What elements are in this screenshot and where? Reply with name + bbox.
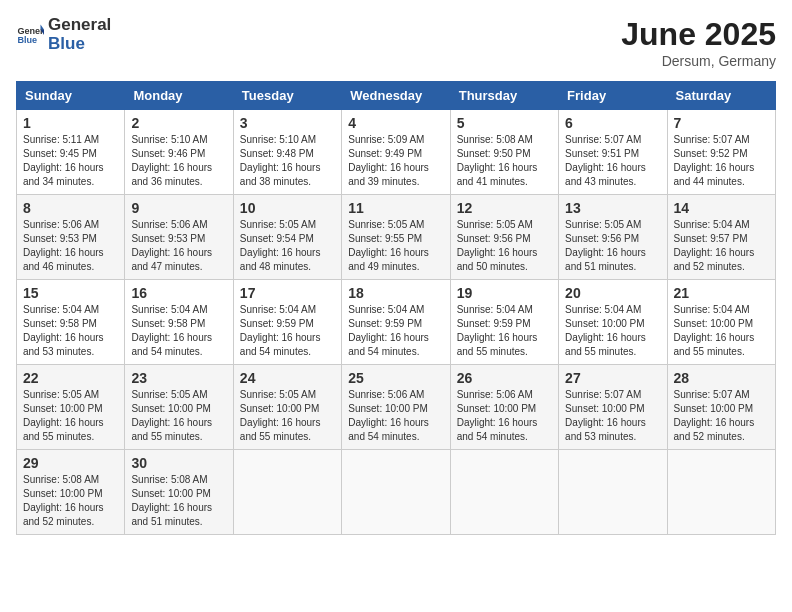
calendar-cell: 2Sunrise: 5:10 AMSunset: 9:46 PMDaylight… [125, 110, 233, 195]
day-number: 23 [131, 370, 226, 386]
calendar-cell: 27Sunrise: 5:07 AMSunset: 10:00 PMDaylig… [559, 365, 667, 450]
day-number: 1 [23, 115, 118, 131]
day-info: Sunrise: 5:05 AMSunset: 9:56 PMDaylight:… [565, 218, 660, 274]
day-number: 6 [565, 115, 660, 131]
day-number: 2 [131, 115, 226, 131]
day-info: Sunrise: 5:06 AMSunset: 10:00 PMDaylight… [348, 388, 443, 444]
calendar-cell: 5Sunrise: 5:08 AMSunset: 9:50 PMDaylight… [450, 110, 558, 195]
calendar-cell: 20Sunrise: 5:04 AMSunset: 10:00 PMDaylig… [559, 280, 667, 365]
calendar-table: Sunday Monday Tuesday Wednesday Thursday… [16, 81, 776, 535]
calendar-cell: 28Sunrise: 5:07 AMSunset: 10:00 PMDaylig… [667, 365, 775, 450]
day-info: Sunrise: 5:07 AMSunset: 10:00 PMDaylight… [674, 388, 769, 444]
day-info: Sunrise: 5:04 AMSunset: 10:00 PMDaylight… [565, 303, 660, 359]
calendar-week-4: 22Sunrise: 5:05 AMSunset: 10:00 PMDaylig… [17, 365, 776, 450]
day-number: 16 [131, 285, 226, 301]
calendar-cell: 14Sunrise: 5:04 AMSunset: 9:57 PMDayligh… [667, 195, 775, 280]
day-number: 20 [565, 285, 660, 301]
day-number: 12 [457, 200, 552, 216]
calendar-cell: 18Sunrise: 5:04 AMSunset: 9:59 PMDayligh… [342, 280, 450, 365]
calendar-cell: 21Sunrise: 5:04 AMSunset: 10:00 PMDaylig… [667, 280, 775, 365]
day-number: 9 [131, 200, 226, 216]
day-number: 24 [240, 370, 335, 386]
day-number: 26 [457, 370, 552, 386]
day-number: 25 [348, 370, 443, 386]
calendar-cell: 6Sunrise: 5:07 AMSunset: 9:51 PMDaylight… [559, 110, 667, 195]
day-info: Sunrise: 5:04 AMSunset: 9:58 PMDaylight:… [131, 303, 226, 359]
day-number: 15 [23, 285, 118, 301]
day-info: Sunrise: 5:04 AMSunset: 9:57 PMDaylight:… [674, 218, 769, 274]
calendar-week-3: 15Sunrise: 5:04 AMSunset: 9:58 PMDayligh… [17, 280, 776, 365]
day-info: Sunrise: 5:07 AMSunset: 9:51 PMDaylight:… [565, 133, 660, 189]
day-info: Sunrise: 5:05 AMSunset: 9:56 PMDaylight:… [457, 218, 552, 274]
day-number: 22 [23, 370, 118, 386]
day-info: Sunrise: 5:10 AMSunset: 9:46 PMDaylight:… [131, 133, 226, 189]
calendar-cell: 9Sunrise: 5:06 AMSunset: 9:53 PMDaylight… [125, 195, 233, 280]
day-info: Sunrise: 5:04 AMSunset: 10:00 PMDaylight… [674, 303, 769, 359]
calendar-cell: 3Sunrise: 5:10 AMSunset: 9:48 PMDaylight… [233, 110, 341, 195]
calendar-cell: 16Sunrise: 5:04 AMSunset: 9:58 PMDayligh… [125, 280, 233, 365]
calendar-week-1: 1Sunrise: 5:11 AMSunset: 9:45 PMDaylight… [17, 110, 776, 195]
day-number: 29 [23, 455, 118, 471]
day-info: Sunrise: 5:08 AMSunset: 10:00 PMDaylight… [131, 473, 226, 529]
logo-blue-text: Blue [48, 35, 111, 54]
day-info: Sunrise: 5:04 AMSunset: 9:59 PMDaylight:… [348, 303, 443, 359]
day-info: Sunrise: 5:04 AMSunset: 9:58 PMDaylight:… [23, 303, 118, 359]
calendar-cell: 15Sunrise: 5:04 AMSunset: 9:58 PMDayligh… [17, 280, 125, 365]
day-number: 10 [240, 200, 335, 216]
day-number: 21 [674, 285, 769, 301]
day-number: 14 [674, 200, 769, 216]
calendar-cell: 7Sunrise: 5:07 AMSunset: 9:52 PMDaylight… [667, 110, 775, 195]
calendar-cell [559, 450, 667, 535]
calendar-cell [342, 450, 450, 535]
col-sunday: Sunday [17, 82, 125, 110]
day-info: Sunrise: 5:10 AMSunset: 9:48 PMDaylight:… [240, 133, 335, 189]
day-info: Sunrise: 5:06 AMSunset: 10:00 PMDaylight… [457, 388, 552, 444]
day-info: Sunrise: 5:06 AMSunset: 9:53 PMDaylight:… [131, 218, 226, 274]
day-info: Sunrise: 5:07 AMSunset: 10:00 PMDaylight… [565, 388, 660, 444]
calendar-cell [450, 450, 558, 535]
calendar-cell: 1Sunrise: 5:11 AMSunset: 9:45 PMDaylight… [17, 110, 125, 195]
calendar-cell: 4Sunrise: 5:09 AMSunset: 9:49 PMDaylight… [342, 110, 450, 195]
day-info: Sunrise: 5:11 AMSunset: 9:45 PMDaylight:… [23, 133, 118, 189]
day-number: 27 [565, 370, 660, 386]
day-info: Sunrise: 5:04 AMSunset: 9:59 PMDaylight:… [457, 303, 552, 359]
day-info: Sunrise: 5:04 AMSunset: 9:59 PMDaylight:… [240, 303, 335, 359]
day-info: Sunrise: 5:08 AMSunset: 10:00 PMDaylight… [23, 473, 118, 529]
day-info: Sunrise: 5:05 AMSunset: 9:55 PMDaylight:… [348, 218, 443, 274]
day-info: Sunrise: 5:05 AMSunset: 10:00 PMDaylight… [23, 388, 118, 444]
day-number: 7 [674, 115, 769, 131]
calendar-week-5: 29Sunrise: 5:08 AMSunset: 10:00 PMDaylig… [17, 450, 776, 535]
col-tuesday: Tuesday [233, 82, 341, 110]
day-info: Sunrise: 5:06 AMSunset: 9:53 PMDaylight:… [23, 218, 118, 274]
day-number: 8 [23, 200, 118, 216]
col-monday: Monday [125, 82, 233, 110]
calendar-cell: 12Sunrise: 5:05 AMSunset: 9:56 PMDayligh… [450, 195, 558, 280]
day-number: 19 [457, 285, 552, 301]
calendar-header-row: Sunday Monday Tuesday Wednesday Thursday… [17, 82, 776, 110]
calendar-cell: 8Sunrise: 5:06 AMSunset: 9:53 PMDaylight… [17, 195, 125, 280]
day-number: 28 [674, 370, 769, 386]
day-info: Sunrise: 5:05 AMSunset: 9:54 PMDaylight:… [240, 218, 335, 274]
day-number: 11 [348, 200, 443, 216]
col-wednesday: Wednesday [342, 82, 450, 110]
logo: General Blue General Blue [16, 16, 111, 53]
svg-text:General: General [17, 25, 44, 35]
day-info: Sunrise: 5:05 AMSunset: 10:00 PMDaylight… [240, 388, 335, 444]
calendar-cell: 17Sunrise: 5:04 AMSunset: 9:59 PMDayligh… [233, 280, 341, 365]
calendar-cell: 13Sunrise: 5:05 AMSunset: 9:56 PMDayligh… [559, 195, 667, 280]
month-year-title: June 2025 [621, 16, 776, 53]
day-number: 17 [240, 285, 335, 301]
day-number: 4 [348, 115, 443, 131]
calendar-cell: 25Sunrise: 5:06 AMSunset: 10:00 PMDaylig… [342, 365, 450, 450]
calendar-cell: 19Sunrise: 5:04 AMSunset: 9:59 PMDayligh… [450, 280, 558, 365]
calendar-cell: 10Sunrise: 5:05 AMSunset: 9:54 PMDayligh… [233, 195, 341, 280]
calendar-cell: 30Sunrise: 5:08 AMSunset: 10:00 PMDaylig… [125, 450, 233, 535]
calendar-cell: 24Sunrise: 5:05 AMSunset: 10:00 PMDaylig… [233, 365, 341, 450]
title-area: June 2025 Dersum, Germany [621, 16, 776, 69]
calendar-cell [233, 450, 341, 535]
day-number: 13 [565, 200, 660, 216]
calendar-cell: 22Sunrise: 5:05 AMSunset: 10:00 PMDaylig… [17, 365, 125, 450]
calendar-cell: 23Sunrise: 5:05 AMSunset: 10:00 PMDaylig… [125, 365, 233, 450]
calendar-cell [667, 450, 775, 535]
day-number: 5 [457, 115, 552, 131]
